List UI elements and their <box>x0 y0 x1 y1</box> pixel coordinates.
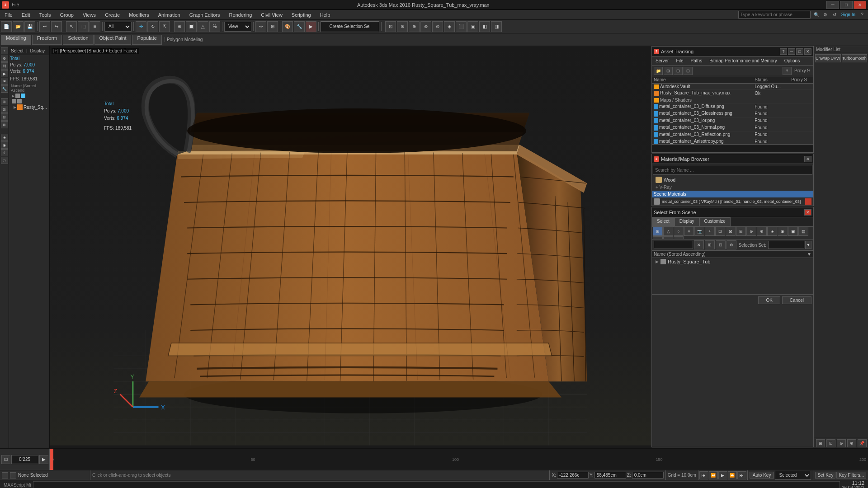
at-tb-4[interactable]: ⊟ <box>684 67 693 75</box>
sfs-tab-display[interactable]: Display <box>675 217 699 226</box>
tab-modeling[interactable]: Modeling <box>1 35 31 45</box>
at-menu-paths[interactable]: Paths <box>687 56 706 65</box>
sfs-row-rusty[interactable]: ▶ Rusty_Square_Tub <box>652 258 813 265</box>
mod-icon-4[interactable]: ⊕ <box>847 439 856 447</box>
sfs-sort-btn[interactable]: ≡ <box>674 236 684 239</box>
rotate-button[interactable]: ↻ <box>147 21 158 32</box>
tree-item-2[interactable] <box>10 99 48 104</box>
scene-materials-header[interactable]: Scene Materials <box>652 191 813 197</box>
at-close[interactable]: ✕ <box>804 48 811 55</box>
sfs-extra-btn[interactable]: ⊟ <box>736 227 746 236</box>
menu-rendering[interactable]: Rendering <box>225 11 257 19</box>
mirror-button[interactable]: ⇔ <box>255 21 266 32</box>
menu-modifiers[interactable]: Modifiers <box>124 11 154 19</box>
lt-extra-2[interactable]: ◉ <box>1 141 8 149</box>
at-tb-1[interactable]: 📁 <box>654 67 663 75</box>
table-row[interactable]: metal_container_03_ior.png Found <box>652 117 813 124</box>
at-menu-bitmap[interactable]: Bitmap Performance and Memory <box>706 56 781 65</box>
at-help[interactable]: ? <box>780 48 787 55</box>
at-menu-options[interactable]: Options <box>781 56 803 65</box>
undo-button[interactable]: ↩ <box>39 21 50 32</box>
save-button[interactable]: 💾 <box>24 21 35 32</box>
sfs-all-btn[interactable]: ⊞ <box>653 227 663 236</box>
lt-snap-1[interactable]: ⊞ <box>1 98 8 105</box>
mat-wood[interactable]: Wood <box>652 176 813 184</box>
at-max[interactable]: □ <box>796 48 803 55</box>
move-button[interactable]: ✛ <box>136 21 146 32</box>
rt-btn-7[interactable]: ⬛ <box>456 21 467 32</box>
lt-display[interactable]: 👁 <box>1 78 8 85</box>
select-button[interactable]: ↖ <box>66 21 77 32</box>
menu-views[interactable]: Views <box>78 11 100 19</box>
sfs-shape-btn[interactable]: ○ <box>674 227 684 236</box>
menu-scripting[interactable]: Scripting <box>287 11 316 19</box>
sfs-search-input[interactable] <box>654 241 693 249</box>
table-row[interactable]: metal_container_Anisotropy.png Found <box>652 138 813 144</box>
lt-snap-3[interactable]: ⊟ <box>1 113 8 121</box>
mod-icon-2[interactable]: ⊡ <box>826 439 835 447</box>
rt-btn-3[interactable]: ⊕ <box>409 21 420 32</box>
lt-hierarchy[interactable]: ⛓ <box>1 62 8 70</box>
tab-populate[interactable]: Populate <box>132 35 161 45</box>
rt-btn-1[interactable]: ⊡ <box>385 21 396 32</box>
rt-btn-8[interactable]: ▣ <box>467 21 478 32</box>
pb-end[interactable]: ⏭ <box>737 471 746 479</box>
close-button[interactable]: ✕ <box>854 1 866 9</box>
lt-extra-1[interactable]: ◈ <box>1 134 8 141</box>
maximize-button[interactable]: □ <box>840 1 853 9</box>
pivot-button[interactable]: ⊕ <box>174 21 185 32</box>
snap-button[interactable]: 🔲 <box>186 21 197 32</box>
at-scrollbar[interactable] <box>652 144 813 152</box>
search-input[interactable] <box>738 11 811 19</box>
vray-expand[interactable]: + V-Ray <box>652 184 813 191</box>
table-row[interactable]: metal_container_03_Reflection.png Found <box>652 131 813 138</box>
at-tb-3[interactable]: ⊡ <box>674 67 683 75</box>
sfs-desel-btn[interactable]: ⊡ <box>716 240 726 249</box>
sfs-extra6-btn[interactable]: ▣ <box>788 227 798 236</box>
at-menu-file[interactable]: File <box>672 56 687 65</box>
percent-snap-button[interactable]: % <box>209 21 220 32</box>
set-key-btn[interactable]: Set Key <box>815 472 835 479</box>
selected-dropdown[interactable]: Selected <box>775 471 811 480</box>
render-setup-button[interactable]: 🔧 <box>294 21 305 32</box>
lt-create[interactable]: + <box>1 47 8 54</box>
sfs-extra7-btn[interactable]: ▤ <box>798 227 808 236</box>
lt-extra-3[interactable]: ◊ <box>1 149 8 156</box>
lt-snap-4[interactable]: ⊠ <box>1 121 8 128</box>
tab-selection[interactable]: Selection <box>63 35 93 45</box>
auto-key-btn[interactable]: Auto Key <box>750 472 774 479</box>
redo-button[interactable]: ↪ <box>51 21 62 32</box>
menu-edit[interactable]: Edit <box>17 11 35 19</box>
sfs-bone-btn[interactable]: ⊠ <box>726 227 736 236</box>
viewport[interactable]: [+] [Perspective] [Shaded + Edged Faces] <box>50 46 651 448</box>
sfs-ok-button[interactable]: OK <box>758 296 780 304</box>
sfs-cam-btn[interactable]: 📷 <box>694 227 704 236</box>
material-editor-button[interactable]: 🎨 <box>282 21 293 32</box>
sfs-extra4-btn[interactable]: ◈ <box>767 227 777 236</box>
unwrap-uvw-btn[interactable]: Unwrap UVW <box>815 54 841 62</box>
table-row[interactable]: metal_container_03_Diffuse.png Found <box>652 103 813 110</box>
rt-btn-5[interactable]: ⊘ <box>432 21 443 32</box>
sfs-extra5-btn[interactable]: ◉ <box>778 227 788 236</box>
mag-icon-status[interactable] <box>10 472 16 479</box>
menu-create[interactable]: Create <box>100 11 124 19</box>
lt-modify[interactable]: ⚙ <box>1 55 8 62</box>
view-dropdown[interactable]: View <box>224 22 251 32</box>
frame-prev-btn[interactable]: ⊡ <box>1 455 10 464</box>
angle-snap-button[interactable]: △ <box>198 21 208 32</box>
scene-mat-item[interactable]: metal_container_03 ( VRayMtl ) [handle_0… <box>652 197 813 206</box>
sfs-invert-btn[interactable]: ⊛ <box>726 240 736 249</box>
display-tab[interactable]: Display <box>30 48 45 53</box>
sfs-cancel-button[interactable]: Cancel <box>782 296 811 304</box>
at-help-btn[interactable]: ? <box>783 67 792 75</box>
new-button[interactable]: 📄 <box>1 21 12 32</box>
app-menu-file[interactable]: File <box>11 2 20 7</box>
scale-button[interactable]: ⇱ <box>159 21 170 32</box>
material-search-input[interactable] <box>653 165 812 175</box>
table-row[interactable]: metal_container_03_Glossiness.png Found <box>652 110 813 117</box>
sfs-extra2-btn[interactable]: ⊛ <box>746 227 756 236</box>
rt-btn-2[interactable]: ⊛ <box>397 21 408 32</box>
menu-file[interactable]: File <box>0 11 17 19</box>
table-row[interactable]: metal_container_03_Normal.png Found <box>652 124 813 131</box>
at-tb-2[interactable]: ⊞ <box>664 67 673 75</box>
